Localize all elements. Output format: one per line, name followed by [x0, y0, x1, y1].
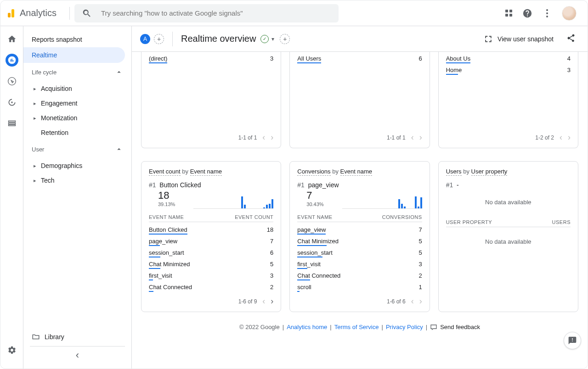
- table-row[interactable]: Chat Minimized5: [149, 258, 273, 270]
- collapse-sidebar-button[interactable]: ‹: [76, 349, 79, 361]
- sidebar-section-lifecycle[interactable]: Life cycle: [23, 63, 131, 81]
- card-title: Users by User property: [446, 168, 571, 175]
- row-value: 5: [418, 238, 422, 245]
- row-label: Home: [446, 67, 462, 73]
- status-chip[interactable]: ✓ ▾: [260, 35, 276, 43]
- sidebar-item-monetization[interactable]: ▸Monetization: [23, 111, 131, 125]
- pager-range: 1-1 of 1: [387, 134, 406, 141]
- pager-next-button[interactable]: ›: [419, 296, 422, 306]
- table-row[interactable]: first_visit3: [297, 258, 422, 270]
- pager-next-button[interactable]: ›: [271, 296, 273, 306]
- rail-explore[interactable]: [6, 75, 18, 88]
- sidebar-item-retention[interactable]: Retention: [23, 125, 131, 140]
- table-row[interactable]: session_start6: [149, 247, 273, 258]
- row-value: 6: [270, 249, 273, 256]
- overflow-menu-icon[interactable]: [543, 9, 552, 17]
- avatar[interactable]: [562, 6, 577, 21]
- rail-advertising[interactable]: [6, 96, 18, 109]
- app-name: Analytics: [20, 8, 57, 18]
- sidebar-item-label: Retention: [41, 129, 68, 136]
- nav-rail: [0, 26, 23, 369]
- help-icon[interactable]: [522, 8, 532, 18]
- header-actions: [505, 6, 582, 21]
- row-label: Chat Minimized: [149, 261, 190, 268]
- sidebar-item-reports-snapshot[interactable]: Reports snapshot: [23, 32, 125, 47]
- pager-next-button[interactable]: ›: [419, 133, 422, 142]
- row-label: Chat Minimized: [297, 238, 339, 245]
- sidebar-section-label: User: [32, 146, 44, 153]
- row-value: 7: [270, 238, 273, 245]
- table-row[interactable]: Chat Minimized5: [297, 235, 422, 247]
- table-row[interactable]: session_start5: [297, 247, 422, 258]
- library-label: Library: [45, 333, 64, 341]
- footer-link-privacy[interactable]: Privacy Policy: [386, 324, 423, 330]
- sidebar-item-tech[interactable]: ▸Tech: [23, 173, 131, 188]
- metric-card: Event count by Event name#1 Button Click…: [141, 161, 281, 312]
- rail-configure[interactable]: [6, 117, 18, 130]
- feedback-fab[interactable]: [564, 332, 581, 349]
- metric-percent: 39.13%: [158, 201, 175, 207]
- sidebar-item-label: Demographics: [41, 162, 82, 169]
- divider: [69, 7, 70, 20]
- footer-link-terms[interactable]: Terms of Service: [334, 324, 379, 330]
- table-row[interactable]: About Us4: [446, 53, 571, 64]
- search-box[interactable]: [74, 4, 339, 22]
- table-row[interactable]: All Users6: [297, 53, 422, 64]
- rank-line: #1 Button Clicked: [149, 181, 273, 189]
- pager-next-button[interactable]: ›: [271, 133, 273, 142]
- sidebar-item-demographics[interactable]: ▸Demographics: [23, 158, 131, 173]
- metric-percent: 30.43%: [306, 201, 323, 207]
- footer-link-analytics-home[interactable]: Analytics home: [287, 324, 327, 330]
- apps-icon[interactable]: [505, 10, 512, 17]
- share-icon: [566, 34, 576, 43]
- rank-line: #1 -: [446, 181, 571, 189]
- page-footer: © 2022 Google | Analytics home | Terms o…: [141, 312, 578, 330]
- sidebar-section-user[interactable]: User: [23, 140, 131, 158]
- share-button[interactable]: [565, 32, 577, 46]
- table-row[interactable]: first_visit3: [149, 270, 273, 281]
- table-row[interactable]: page_view7: [297, 224, 422, 235]
- analytics-logo-icon: [8, 9, 14, 17]
- table-row[interactable]: Button Clicked18: [149, 224, 273, 235]
- pager-prev-button[interactable]: ‹: [262, 296, 265, 306]
- table-row[interactable]: Chat Connected2: [297, 270, 422, 281]
- pager-prev-button[interactable]: ‹: [262, 133, 265, 142]
- table-header: Event nameEvent count: [149, 214, 273, 220]
- add-comparison-button[interactable]: +: [154, 34, 164, 44]
- pager-prev-button[interactable]: ‹: [560, 133, 562, 142]
- search-input[interactable]: [100, 9, 331, 17]
- row-label: first_visit: [149, 272, 172, 279]
- table-row[interactable]: Home3: [446, 64, 571, 76]
- search-icon: [82, 8, 92, 18]
- rail-admin[interactable]: [6, 344, 18, 357]
- add-card-button[interactable]: +: [280, 34, 290, 44]
- row-label: session_start: [149, 249, 184, 256]
- rail-reports[interactable]: [6, 54, 18, 67]
- sidebar-item-engagement[interactable]: ▸Engagement: [23, 96, 131, 111]
- pager-next-button[interactable]: ›: [568, 133, 571, 142]
- caret-right-icon: ▸: [32, 178, 38, 184]
- pager: 1-6 of 9‹›: [149, 293, 273, 309]
- table-row[interactable]: (direct)3: [149, 53, 273, 64]
- comparison-chip[interactable]: A: [140, 34, 150, 44]
- chevron-up-icon: [115, 145, 123, 153]
- sidebar-library[interactable]: Library: [32, 333, 64, 341]
- sidebar-item-realtime[interactable]: Realtime: [23, 47, 125, 63]
- metric-value: 18: [158, 190, 175, 201]
- table-row[interactable]: page_view7: [149, 235, 273, 247]
- send-feedback-button[interactable]: Send feedback: [430, 323, 480, 330]
- pager-range: 1-6 of 6: [387, 298, 406, 305]
- row-value: 5: [270, 261, 273, 268]
- table-header: User propertyUsers: [446, 219, 571, 225]
- pager-prev-button[interactable]: ‹: [411, 296, 414, 306]
- pager-prev-button[interactable]: ‹: [411, 133, 414, 142]
- sidebar-item-acquisition[interactable]: ▸Acquisition: [23, 81, 131, 96]
- no-data-message: No data available: [446, 190, 571, 215]
- rail-home[interactable]: [6, 33, 18, 45]
- view-user-snapshot-button[interactable]: View user snapshot: [479, 32, 558, 46]
- table-row[interactable]: Chat Connected2: [149, 281, 273, 293]
- table-row[interactable]: scroll1: [297, 281, 422, 293]
- row-value: 6: [418, 55, 422, 62]
- main-panel: A + Realtime overview ✓ ▾ + View user sn…: [132, 26, 588, 369]
- pager: 1-2 of 2‹›: [446, 129, 571, 145]
